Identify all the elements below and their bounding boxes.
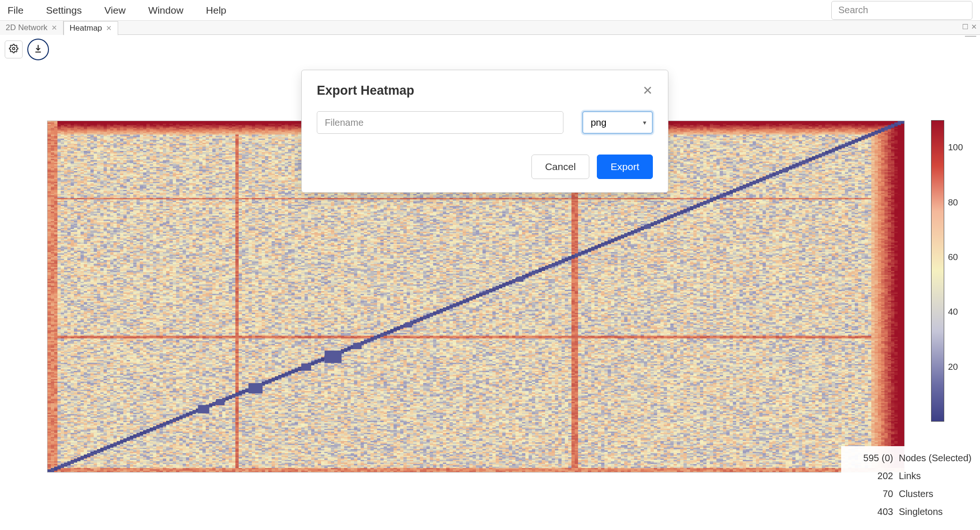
stats-panel: 595 (0) Nodes (Selected) 202 Links 70 Cl… — [841, 446, 972, 523]
filename-input[interactable] — [317, 111, 563, 134]
stats-row-clusters: 70 Clusters — [846, 485, 972, 503]
menu-view[interactable]: View — [93, 1, 137, 20]
cancel-button[interactable]: Cancel — [531, 155, 589, 179]
toolbar — [0, 35, 980, 64]
format-select[interactable]: png — [582, 111, 653, 134]
stats-row-singletons: 403 Singletons — [846, 503, 972, 521]
search-wrap — [831, 1, 972, 20]
tab-label: 2D Network — [6, 23, 48, 33]
tab-label: Heatmap — [70, 24, 102, 33]
stats-label: Singletons — [899, 503, 942, 521]
close-icon[interactable]: ✕ — [971, 23, 977, 31]
colorbar-tick: 100 — [948, 142, 963, 153]
tabbar: 2D Network ✕ Heatmap ✕ ☐ ✕ — [0, 21, 980, 35]
menu-window[interactable]: Window — [137, 1, 195, 20]
dialog-header: Export Heatmap ✕ — [302, 70, 668, 111]
maximize-icon[interactable]: ☐ — [962, 23, 968, 31]
colorbar-tick: 40 — [948, 307, 958, 317]
window-controls: ☐ ✕ — [962, 23, 977, 31]
tab-2d-network[interactable]: 2D Network ✕ — [0, 21, 64, 35]
colorbar: 20406080100 — [931, 120, 978, 422]
colorbar-ticks: 20406080100 — [948, 120, 976, 422]
download-icon — [33, 44, 43, 55]
settings-button[interactable] — [5, 41, 23, 58]
gear-icon — [9, 44, 18, 55]
menu-help[interactable]: Help — [195, 1, 238, 20]
format-select-wrap: png — [582, 111, 653, 134]
stats-label: Clusters — [899, 485, 933, 503]
colorbar-tick: 20 — [948, 362, 958, 372]
svg-point-0 — [13, 48, 15, 50]
close-icon[interactable]: ✕ — [641, 82, 655, 100]
tab-heatmap[interactable]: Heatmap ✕ — [64, 21, 118, 35]
close-icon[interactable]: ✕ — [51, 24, 57, 32]
download-button[interactable] — [27, 39, 49, 60]
drag-handle-icon[interactable] — [965, 34, 976, 37]
export-dialog: Export Heatmap ✕ png Cancel Export — [301, 70, 668, 193]
search-input[interactable] — [831, 1, 972, 20]
dialog-body: png — [302, 111, 668, 145]
dialog-footer: Cancel Export — [302, 145, 668, 192]
dialog-title: Export Heatmap — [317, 83, 414, 98]
colorbar-tick: 80 — [948, 197, 958, 208]
stats-value: 202 — [846, 467, 893, 485]
menubar: File Settings View Window Help — [0, 0, 980, 21]
menu-settings[interactable]: Settings — [35, 1, 93, 20]
stats-row-links: 202 Links — [846, 467, 972, 485]
stats-label: Nodes (Selected) — [899, 449, 972, 467]
close-icon[interactable]: ✕ — [106, 24, 112, 33]
menu-file[interactable]: File — [4, 1, 35, 20]
stats-row-nodes: 595 (0) Nodes (Selected) — [846, 449, 972, 467]
stats-value: 595 (0) — [846, 449, 893, 467]
colorbar-tick: 60 — [948, 252, 958, 262]
stats-value: 403 — [846, 503, 893, 521]
export-button[interactable]: Export — [597, 155, 653, 179]
stats-value: 70 — [846, 485, 893, 503]
stats-label: Links — [899, 467, 921, 485]
colorbar-gradient — [931, 120, 944, 422]
